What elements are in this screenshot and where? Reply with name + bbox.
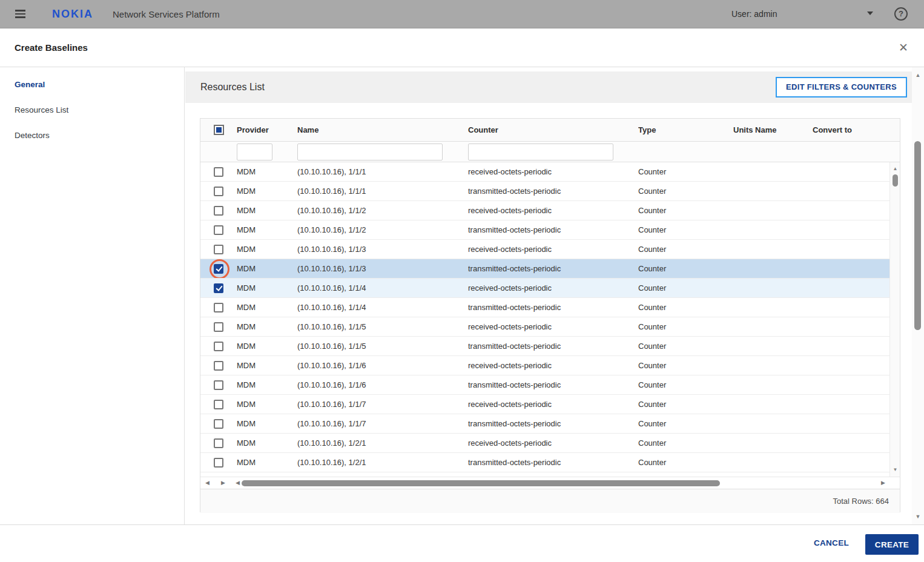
cell-units (733, 259, 813, 278)
nokia-logo: NOKIA (52, 8, 93, 21)
create-button[interactable]: CREATE (865, 534, 919, 555)
table-row[interactable]: MDM (10.10.10.16), 1/1/6 transmitted-oct… (200, 375, 889, 395)
page-scroll-down-icon[interactable]: ▼ (912, 514, 924, 520)
cell-convert (813, 240, 889, 259)
cell-type: Counter (638, 395, 733, 414)
cell-convert (813, 317, 889, 336)
table-row[interactable]: MDM (10.10.10.16), 1/1/5 received-octets… (200, 317, 889, 337)
scroll-up-icon[interactable]: ▲ (890, 166, 900, 172)
scroll-right-icon[interactable]: ▶ (881, 480, 885, 486)
cell-type: Counter (638, 298, 733, 317)
row-checkbox[interactable] (214, 380, 223, 390)
cell-convert (813, 279, 889, 297)
cell-type: Counter (638, 375, 733, 394)
hamburger-menu-icon[interactable] (15, 10, 25, 18)
page-scrollbar-thumb[interactable] (914, 141, 921, 330)
sidebar-item-resources-list[interactable]: Resources List (15, 105, 68, 114)
provider-filter-input[interactable] (237, 144, 272, 160)
table-row[interactable]: MDM (10.10.10.16), 1/1/2 transmitted-oct… (200, 220, 889, 240)
scroll-left-icon[interactable]: ◀ (236, 480, 240, 486)
table-row[interactable]: MDM (10.10.10.16), 1/1/3 received-octets… (200, 240, 889, 259)
table-row[interactable]: MDM (10.10.10.16), 1/1/4 transmitted-oct… (200, 298, 889, 317)
table-row[interactable]: MDM (10.10.10.16), 1/1/7 received-octets… (200, 395, 889, 414)
page-right-icon[interactable]: ▶ (221, 480, 225, 486)
table-vertical-scrollbar[interactable]: ▲ ▼ (889, 162, 900, 477)
table-filter-row (200, 142, 900, 162)
row-checkbox[interactable] (214, 187, 223, 196)
close-icon[interactable]: ✕ (899, 41, 908, 55)
counter-filter-input[interactable] (468, 144, 613, 160)
table-row[interactable]: MDM (10.10.10.16), 1/2/1 transmitted-oct… (200, 453, 889, 472)
cell-counter: transmitted-octets-periodic (468, 182, 638, 200)
cell-name: (10.10.10.16), 1/2/1 (297, 453, 468, 472)
table-horizontal-scrollbar[interactable]: ◀ ▶ ◀ ▶ (200, 477, 900, 489)
cell-units (733, 453, 813, 472)
table-row[interactable]: MDM (10.10.10.16), 1/1/4 received-octets… (200, 279, 889, 298)
page-scroll-up-icon[interactable]: ▲ (912, 72, 924, 78)
sidebar-item-general[interactable]: General (15, 80, 45, 89)
edit-filters-counters-button[interactable]: EDIT FILTERS & COUNTERS (776, 77, 907, 98)
cell-name: (10.10.10.16), 1/1/1 (297, 182, 468, 200)
cell-units (733, 337, 813, 355)
cell-name: (10.10.10.16), 1/1/7 (297, 414, 468, 433)
row-checkbox[interactable] (214, 458, 223, 468)
row-checkbox[interactable] (214, 206, 223, 216)
row-checkbox[interactable] (214, 283, 223, 293)
dialog-title: Create Baselines (15, 42, 88, 53)
help-icon[interactable]: ? (894, 7, 908, 21)
vertical-scrollbar-thumb[interactable] (893, 174, 898, 187)
row-checkbox[interactable] (214, 264, 223, 274)
column-header-units-name[interactable]: Units Name (733, 119, 813, 141)
table-row[interactable]: MDM (10.10.10.16), 1/1/6 received-octets… (200, 356, 889, 375)
row-checkbox[interactable] (214, 342, 223, 351)
cell-units (733, 317, 813, 336)
column-header-type[interactable]: Type (638, 119, 733, 141)
row-checkbox[interactable] (214, 419, 223, 429)
cell-provider: MDM (237, 317, 297, 336)
user-menu-caret-icon[interactable] (867, 12, 873, 15)
horizontal-scrollbar-thumb[interactable] (242, 480, 720, 486)
cell-type: Counter (638, 201, 733, 220)
table-row[interactable]: MDM (10.10.10.16), 1/2/1 received-octets… (200, 434, 889, 453)
column-header-convert-to[interactable]: Convert to (813, 119, 900, 141)
row-checkbox[interactable] (214, 245, 223, 254)
scroll-down-icon[interactable]: ▼ (890, 467, 900, 473)
cell-units (733, 434, 813, 452)
cell-units (733, 240, 813, 259)
cancel-button[interactable]: CANCEL (814, 538, 849, 547)
row-checkbox[interactable] (214, 303, 223, 312)
cell-convert (813, 201, 889, 220)
table-row[interactable]: MDM (10.10.10.16), 1/1/1 transmitted-oct… (200, 182, 889, 201)
row-checkbox[interactable] (214, 400, 223, 409)
row-checkbox[interactable] (214, 322, 223, 332)
sidebar-item-detectors[interactable]: Detectors (15, 131, 50, 140)
table-row[interactable]: MDM (10.10.10.16), 1/1/3 transmitted-oct… (200, 259, 889, 279)
name-filter-input[interactable] (297, 144, 443, 160)
cell-units (733, 279, 813, 297)
page-left-icon[interactable]: ◀ (205, 480, 210, 486)
cell-units (733, 162, 813, 181)
row-checkbox[interactable] (214, 438, 223, 448)
table-row[interactable]: MDM (10.10.10.16), 1/1/2 received-octets… (200, 201, 889, 220)
cell-name: (10.10.10.16), 1/1/1 (297, 162, 468, 181)
column-header-counter[interactable]: Counter (468, 119, 638, 141)
table-row[interactable]: MDM (10.10.10.16), 1/1/1 received-octets… (200, 162, 889, 182)
cell-units (733, 375, 813, 394)
row-checkbox[interactable] (214, 167, 223, 177)
table-row[interactable]: MDM (10.10.10.16), 1/1/7 transmitted-oct… (200, 414, 889, 434)
cell-provider: MDM (237, 298, 297, 317)
topbar: NOKIA Network Services Platform User: ad… (0, 0, 924, 28)
cell-name: (10.10.10.16), 1/1/5 (297, 337, 468, 355)
page-scrollbar[interactable]: ▲ ▼ (912, 67, 924, 524)
row-checkbox[interactable] (214, 361, 223, 371)
section-title: Resources List (200, 82, 265, 93)
column-header-provider[interactable]: Provider (237, 119, 297, 141)
cell-provider: MDM (237, 220, 297, 239)
user-label: User: admin (731, 9, 777, 19)
cell-convert (813, 337, 889, 355)
table-row[interactable]: MDM (10.10.10.16), 1/1/5 transmitted-oct… (200, 337, 889, 356)
row-checkbox[interactable] (214, 225, 223, 235)
select-all-checkbox[interactable] (214, 125, 224, 135)
cell-provider: MDM (237, 201, 297, 220)
column-header-name[interactable]: Name (297, 119, 468, 141)
